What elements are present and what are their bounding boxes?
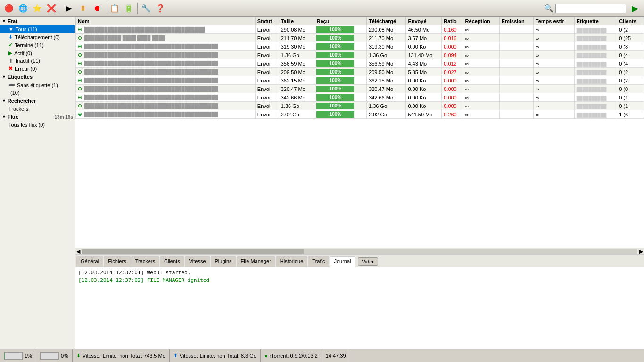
etat-header: ▼ Etat xyxy=(0,17,75,25)
tab-vitesse[interactable]: Vitesse xyxy=(185,256,210,267)
col-telecharge[interactable]: Téléchargé xyxy=(367,17,406,25)
horizontal-scrollbar[interactable]: ◀ ▶ xyxy=(75,248,644,255)
tab-journal[interactable]: Journal xyxy=(330,256,355,267)
sidebar-item-erreur[interactable]: ✖ Erreur (0) xyxy=(0,65,75,73)
col-etiquette[interactable]: Etiquette xyxy=(574,17,617,25)
tab-clients[interactable]: Clients xyxy=(160,256,184,267)
battery-icon[interactable]: 🔋 xyxy=(122,2,135,15)
col-reception[interactable]: Réception xyxy=(463,17,499,25)
limite-ul-label: Limite: non xyxy=(200,353,225,359)
col-emission[interactable]: Emission xyxy=(499,17,533,25)
tab-general[interactable]: Général xyxy=(76,256,103,267)
tab-trafic[interactable]: Trafic xyxy=(308,256,329,267)
col-statut[interactable]: Statut xyxy=(255,17,279,25)
sidebar-item-tous-flux[interactable]: Tous les flux (0) xyxy=(0,121,75,129)
hscroll-track[interactable] xyxy=(82,249,637,254)
help-icon[interactable]: ❓ xyxy=(154,2,167,15)
hscroll-left-arrow[interactable]: ◀ xyxy=(75,248,81,255)
sidebar-item-trackers[interactable]: Trackers xyxy=(0,105,75,113)
status-ul-info: ⬆ Vitesse: Limite: non Total: 8.3 Go xyxy=(170,349,261,362)
col-temps[interactable]: Temps estir xyxy=(533,17,574,25)
tab-file-manager[interactable]: File Manager xyxy=(237,256,275,267)
rechercher-arrow: ▼ xyxy=(2,99,6,103)
table-row[interactable]: ⊕ ███████████ ████ ████ ████ Envoi 211.7… xyxy=(76,34,644,42)
go-icon[interactable]: ▶ xyxy=(628,2,642,15)
tous-flux-label: Tous les flux (0) xyxy=(8,122,45,128)
col-ratio[interactable]: Ratio xyxy=(442,17,463,25)
stop-icon[interactable]: 🔴 xyxy=(2,2,16,15)
wrench-icon[interactable]: 🔧 xyxy=(140,2,153,15)
statusbar: 1% 0% ⬇ Vitesse: Limite: non Total: 743.… xyxy=(0,349,644,362)
sidebar-item-sans-etiquette[interactable]: ➖ Sans étiquette (1) xyxy=(0,81,75,89)
cell-telecharge: 1.36 Go xyxy=(367,102,406,110)
table-row[interactable]: ⊕ ████████████████████████████████████ E… xyxy=(76,25,644,34)
add-icon[interactable]: ⊕ xyxy=(78,52,82,58)
play-icon[interactable]: ▶ xyxy=(62,2,75,15)
add-icon[interactable]: ⊕ xyxy=(78,26,82,32)
sidebar-item-inactif[interactable]: ⏸ Inactif (11) xyxy=(0,57,75,65)
add-icon[interactable]: ⊕ xyxy=(78,86,82,91)
dl-progress-bar xyxy=(4,352,23,360)
log-line-1: [12.03.2014 12:37:01] WebUI started. xyxy=(78,269,641,277)
cell-envoye: 3.57 Mo xyxy=(406,34,442,42)
table-row[interactable]: ⊕ ██████████████████████████████████████… xyxy=(76,68,644,76)
status-ul-progress: 0% xyxy=(36,349,73,362)
sidebar-item-termine[interactable]: ✔ Terminé (11) xyxy=(0,41,75,49)
add-icon[interactable]: ⊕ xyxy=(78,94,82,100)
rtorrent-label: rTorrent: 0.9.2/0.13.2 xyxy=(270,353,318,359)
search-input[interactable] xyxy=(555,4,626,13)
col-taille[interactable]: Taille xyxy=(279,17,314,25)
star-icon[interactable]: ⭐ xyxy=(31,2,44,15)
cell-recu: 100% xyxy=(314,34,367,42)
table-row[interactable]: ⊕ ██████████████████████████████████████… xyxy=(76,51,644,59)
time-label: 14:47:39 xyxy=(326,353,346,359)
add-icon[interactable]: ⊕ xyxy=(78,77,82,83)
add-icon[interactable]: ⊕ xyxy=(78,35,82,41)
col-nom[interactable]: Nom xyxy=(76,17,256,25)
cell-clients: 0 (1 xyxy=(617,102,644,110)
cell-emission xyxy=(499,110,533,119)
tab-fichiers[interactable]: Fichiers xyxy=(104,256,131,267)
hscroll-right-arrow[interactable]: ▶ xyxy=(638,248,644,255)
hscroll-thumb[interactable] xyxy=(82,249,304,254)
tab-trackers[interactable]: Trackers xyxy=(131,256,159,267)
table-row[interactable]: ⊕ ██████████████████████████████████████… xyxy=(76,42,644,51)
cell-temps: ∞ xyxy=(533,25,574,34)
cell-taille: 356.59 Mo xyxy=(279,59,314,68)
add-icon[interactable]: ⊕ xyxy=(78,111,82,117)
pause-icon[interactable]: ⏸ xyxy=(76,2,90,15)
sidebar-item-custom1[interactable]: (10) xyxy=(0,89,75,97)
sidebar-item-tous[interactable]: ▼ Tous (11) xyxy=(0,25,75,33)
rechercher-header[interactable]: ▼ Rechercher xyxy=(0,97,75,105)
add-icon[interactable]: ⊕ xyxy=(78,103,82,108)
status-dl-progress: 1% xyxy=(0,349,36,362)
cell-telecharge: 320.47 Mo xyxy=(367,85,406,93)
col-envoye[interactable]: Envoyé xyxy=(406,17,442,25)
add-icon[interactable]: ⊕ xyxy=(78,60,82,66)
clear-log-button[interactable]: Vider xyxy=(358,257,378,266)
table-row[interactable]: ⊕ ██████████████████████████████████████… xyxy=(76,93,644,102)
tab-plugins[interactable]: Plugins xyxy=(211,256,236,267)
list-icon[interactable]: 📋 xyxy=(108,2,121,15)
col-recu[interactable]: Reçu xyxy=(314,17,367,25)
table-row[interactable]: ⊕ ██████████████████████████████████████… xyxy=(76,110,644,119)
record-icon[interactable]: ⏺ xyxy=(91,2,104,15)
cell-statut: Envoi xyxy=(255,93,279,102)
sidebar-item-telechargement[interactable]: ⬇ Téléchargement (0) xyxy=(0,33,75,41)
table-row[interactable]: ⊕ ██████████████████████████████████████… xyxy=(76,85,644,93)
table-row[interactable]: ⊕ ██████████████████████████████████████… xyxy=(76,76,644,85)
sidebar-item-actif[interactable]: ▶ Actif (0) xyxy=(0,49,75,57)
main-area: ▼ Etat ▼ Tous (11) ⬇ Téléchargement (0) … xyxy=(0,17,644,349)
limite-dl-label: Limite: non xyxy=(103,353,128,359)
globe-icon[interactable]: 🌐 xyxy=(17,2,30,15)
add-icon[interactable]: ⊕ xyxy=(78,69,82,74)
table-row[interactable]: ⊕ ██████████████████████████████████████… xyxy=(76,102,644,110)
torrent-table-area: Nom Statut Taille Reçu Téléchargé Envoyé… xyxy=(75,17,644,248)
cell-nom: ⊕ ████████████████████████████████████ xyxy=(76,25,256,34)
col-clients[interactable]: Clients xyxy=(617,17,644,25)
table-row[interactable]: ⊕ ██████████████████████████████████████… xyxy=(76,59,644,68)
add-icon[interactable]: ⊕ xyxy=(78,43,82,49)
x-red-icon[interactable]: ❌ xyxy=(45,2,58,15)
tab-historique[interactable]: Historique xyxy=(276,256,308,267)
cell-envoye: 5.85 Mo xyxy=(406,68,442,76)
